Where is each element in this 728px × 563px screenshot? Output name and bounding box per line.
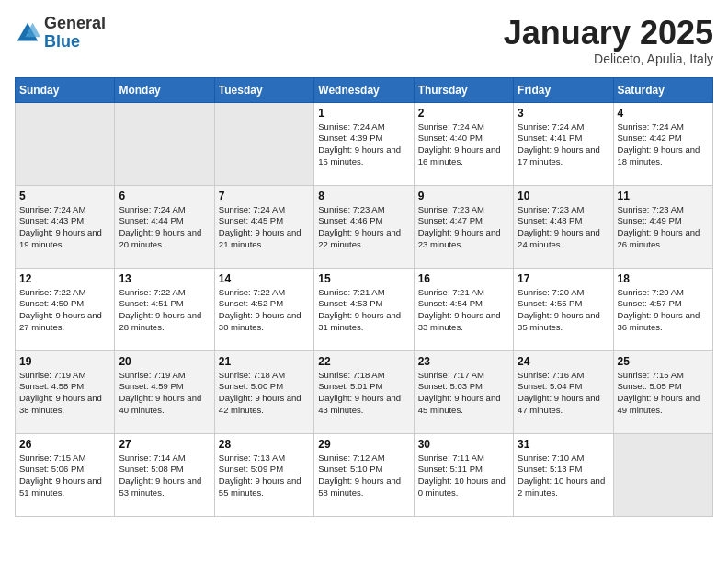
- day-info: Sunrise: 7:23 AMSunset: 4:47 PMDaylight:…: [418, 204, 509, 251]
- day-number: 21: [219, 355, 310, 368]
- calendar-cell: 11Sunrise: 7:23 AMSunset: 4:49 PMDayligh…: [613, 185, 712, 268]
- day-info: Sunrise: 7:10 AMSunset: 5:13 PMDaylight:…: [518, 453, 609, 500]
- month-title: January 2025: [504, 15, 713, 52]
- day-info: Sunrise: 7:22 AMSunset: 4:51 PMDaylight:…: [119, 287, 210, 334]
- calendar-cell: 21Sunrise: 7:18 AMSunset: 5:00 PMDayligh…: [214, 350, 313, 433]
- day-info: Sunrise: 7:19 AMSunset: 4:59 PMDaylight:…: [119, 370, 210, 417]
- calendar-cell: 14Sunrise: 7:22 AMSunset: 4:52 PMDayligh…: [214, 268, 313, 350]
- day-number: 25: [618, 355, 709, 368]
- calendar-cell: 2Sunrise: 7:24 AMSunset: 4:40 PMDaylight…: [414, 102, 513, 185]
- day-info: Sunrise: 7:23 AMSunset: 4:49 PMDaylight:…: [618, 204, 709, 251]
- calendar-week-row: 12Sunrise: 7:22 AMSunset: 4:50 PMDayligh…: [16, 268, 713, 350]
- logo-general: General: [44, 15, 106, 33]
- calendar-cell: [214, 102, 313, 185]
- day-number: 16: [418, 272, 509, 285]
- calendar-cell: 31Sunrise: 7:10 AMSunset: 5:13 PMDayligh…: [514, 433, 613, 516]
- day-number: 24: [518, 355, 609, 368]
- day-info: Sunrise: 7:11 AMSunset: 5:11 PMDaylight:…: [418, 453, 509, 500]
- calendar-cell: 13Sunrise: 7:22 AMSunset: 4:51 PMDayligh…: [115, 268, 214, 350]
- weekday-header-row: SundayMondayTuesdayWednesdayThursdayFrid…: [16, 77, 713, 102]
- title-block: January 2025 Deliceto, Apulia, Italy: [504, 15, 713, 66]
- day-number: 4: [618, 107, 709, 120]
- calendar-cell: 16Sunrise: 7:21 AMSunset: 4:54 PMDayligh…: [414, 268, 513, 350]
- logo-text: General Blue: [44, 15, 106, 52]
- calendar-week-row: 5Sunrise: 7:24 AMSunset: 4:43 PMDaylight…: [16, 185, 713, 268]
- day-number: 10: [518, 190, 609, 202]
- calendar-cell: 6Sunrise: 7:24 AMSunset: 4:44 PMDaylight…: [115, 185, 214, 268]
- day-number: 20: [119, 355, 210, 368]
- day-number: 3: [518, 107, 609, 120]
- day-info: Sunrise: 7:14 AMSunset: 5:08 PMDaylight:…: [119, 453, 210, 500]
- location-subtitle: Deliceto, Apulia, Italy: [504, 52, 713, 66]
- day-info: Sunrise: 7:18 AMSunset: 5:00 PMDaylight:…: [219, 370, 310, 417]
- day-info: Sunrise: 7:13 AMSunset: 5:09 PMDaylight:…: [219, 453, 310, 500]
- day-info: Sunrise: 7:22 AMSunset: 4:52 PMDaylight:…: [219, 287, 310, 334]
- calendar-cell: 29Sunrise: 7:12 AMSunset: 5:10 PMDayligh…: [314, 433, 414, 516]
- calendar-cell: 10Sunrise: 7:23 AMSunset: 4:48 PMDayligh…: [514, 185, 613, 268]
- day-info: Sunrise: 7:24 AMSunset: 4:40 PMDaylight:…: [418, 121, 509, 168]
- logo-icon: [15, 20, 40, 46]
- day-info: Sunrise: 7:18 AMSunset: 5:01 PMDaylight:…: [318, 370, 409, 417]
- day-info: Sunrise: 7:20 AMSunset: 4:57 PMDaylight:…: [618, 287, 709, 334]
- day-info: Sunrise: 7:16 AMSunset: 5:04 PMDaylight:…: [518, 370, 609, 417]
- calendar-cell: 5Sunrise: 7:24 AMSunset: 4:43 PMDaylight…: [16, 185, 115, 268]
- logo-blue: Blue: [44, 33, 106, 52]
- day-number: 17: [518, 272, 609, 285]
- calendar-cell: 8Sunrise: 7:23 AMSunset: 4:46 PMDaylight…: [314, 185, 414, 268]
- day-number: 18: [618, 272, 709, 285]
- day-number: 27: [119, 438, 210, 451]
- day-info: Sunrise: 7:24 AMSunset: 4:44 PMDaylight:…: [119, 204, 210, 251]
- day-number: 23: [418, 355, 509, 368]
- day-info: Sunrise: 7:21 AMSunset: 4:54 PMDaylight:…: [418, 287, 509, 334]
- calendar-cell: 1Sunrise: 7:24 AMSunset: 4:39 PMDaylight…: [314, 102, 414, 185]
- weekday-header: Sunday: [16, 77, 115, 102]
- calendar-cell: 28Sunrise: 7:13 AMSunset: 5:09 PMDayligh…: [214, 433, 313, 516]
- day-number: 6: [119, 190, 210, 202]
- calendar-week-row: 19Sunrise: 7:19 AMSunset: 4:58 PMDayligh…: [16, 350, 713, 433]
- day-info: Sunrise: 7:20 AMSunset: 4:55 PMDaylight:…: [518, 287, 609, 334]
- day-info: Sunrise: 7:24 AMSunset: 4:39 PMDaylight:…: [318, 121, 409, 168]
- calendar-cell: 30Sunrise: 7:11 AMSunset: 5:11 PMDayligh…: [414, 433, 513, 516]
- day-number: 28: [219, 438, 310, 451]
- day-number: 1: [318, 107, 409, 120]
- logo: General Blue: [15, 15, 106, 52]
- day-info: Sunrise: 7:23 AMSunset: 4:46 PMDaylight:…: [318, 204, 409, 251]
- calendar-cell: 20Sunrise: 7:19 AMSunset: 4:59 PMDayligh…: [115, 350, 214, 433]
- day-number: 31: [518, 438, 609, 451]
- calendar-cell: 24Sunrise: 7:16 AMSunset: 5:04 PMDayligh…: [514, 350, 613, 433]
- calendar-cell: 17Sunrise: 7:20 AMSunset: 4:55 PMDayligh…: [514, 268, 613, 350]
- calendar-cell: [613, 433, 712, 516]
- day-info: Sunrise: 7:21 AMSunset: 4:53 PMDaylight:…: [318, 287, 409, 334]
- day-number: 7: [219, 190, 310, 202]
- day-number: 22: [318, 355, 409, 368]
- day-number: 8: [318, 190, 409, 202]
- weekday-header: Thursday: [414, 77, 513, 102]
- day-number: 26: [19, 438, 110, 451]
- calendar-cell: 9Sunrise: 7:23 AMSunset: 4:47 PMDaylight…: [414, 185, 513, 268]
- day-number: 29: [318, 438, 409, 451]
- calendar-cell: 25Sunrise: 7:15 AMSunset: 5:05 PMDayligh…: [613, 350, 712, 433]
- day-number: 9: [418, 190, 509, 202]
- day-info: Sunrise: 7:12 AMSunset: 5:10 PMDaylight:…: [318, 453, 409, 500]
- calendar-cell: 18Sunrise: 7:20 AMSunset: 4:57 PMDayligh…: [613, 268, 712, 350]
- weekday-header: Saturday: [613, 77, 712, 102]
- day-number: 2: [418, 107, 509, 120]
- weekday-header: Friday: [514, 77, 613, 102]
- calendar-cell: 23Sunrise: 7:17 AMSunset: 5:03 PMDayligh…: [414, 350, 513, 433]
- calendar-cell: 26Sunrise: 7:15 AMSunset: 5:06 PMDayligh…: [16, 433, 115, 516]
- day-info: Sunrise: 7:19 AMSunset: 4:58 PMDaylight:…: [19, 370, 110, 417]
- day-info: Sunrise: 7:24 AMSunset: 4:45 PMDaylight:…: [219, 204, 310, 251]
- day-number: 5: [19, 190, 110, 202]
- calendar-cell: 27Sunrise: 7:14 AMSunset: 5:08 PMDayligh…: [115, 433, 214, 516]
- calendar-cell: 22Sunrise: 7:18 AMSunset: 5:01 PMDayligh…: [314, 350, 414, 433]
- day-info: Sunrise: 7:24 AMSunset: 4:41 PMDaylight:…: [518, 121, 609, 168]
- day-number: 13: [119, 272, 210, 285]
- page-header: General Blue January 2025 Deliceto, Apul…: [15, 15, 713, 66]
- calendar-cell: 19Sunrise: 7:19 AMSunset: 4:58 PMDayligh…: [16, 350, 115, 433]
- calendar-week-row: 26Sunrise: 7:15 AMSunset: 5:06 PMDayligh…: [16, 433, 713, 516]
- day-number: 19: [19, 355, 110, 368]
- calendar-cell: 3Sunrise: 7:24 AMSunset: 4:41 PMDaylight…: [514, 102, 613, 185]
- weekday-header: Tuesday: [214, 77, 313, 102]
- day-number: 11: [618, 190, 709, 202]
- day-info: Sunrise: 7:17 AMSunset: 5:03 PMDaylight:…: [418, 370, 509, 417]
